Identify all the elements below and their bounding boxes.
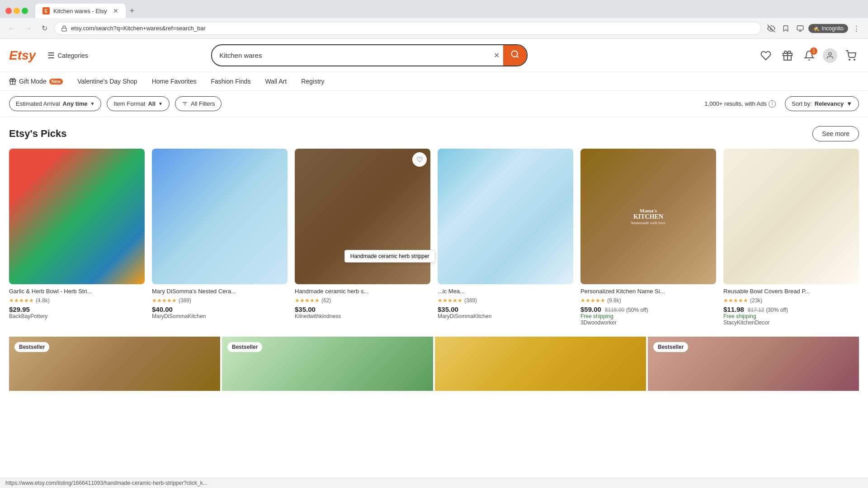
back-button[interactable]: ← (5, 22, 18, 35)
product-card[interactable]: ♡ Handmade ceramic herb s... ★★★★★ (62) … (295, 149, 430, 326)
bottom-card[interactable]: Bestseller (222, 337, 433, 391)
tab-close-button[interactable]: ✕ (113, 8, 118, 14)
nav-wall-art[interactable]: Wall Art (265, 78, 287, 85)
seller-name: MaryDiSommaKitchen (438, 313, 573, 319)
item-format-label: Item Format (113, 100, 145, 107)
search-icon (510, 50, 519, 59)
site-nav: Gift Mode New Valentine's Day Shop Home … (0, 72, 868, 91)
product-price: $59.00 (580, 305, 601, 313)
bottom-section: Bestseller Bestseller Bestseller (9, 337, 859, 391)
bestseller-badge: Bestseller (653, 342, 688, 352)
etsy-logo[interactable]: etsy (9, 48, 36, 63)
product-price: $29.95 (9, 305, 145, 313)
estimated-arrival-label: Estimated Arrival (16, 100, 60, 107)
wishlist-button[interactable]: ♡ (412, 152, 427, 167)
product-thumbnail (152, 149, 288, 284)
gift-mode-badge: New (49, 79, 63, 84)
estimated-arrival-filter[interactable]: Estimated Arrival Any time ▼ (9, 96, 101, 111)
bestseller-badge: Bestseller (227, 342, 262, 352)
bottom-card[interactable] (435, 337, 646, 391)
incognito-badge: 🕵 Incognito (808, 24, 848, 33)
bottom-card[interactable]: Bestseller (648, 337, 859, 391)
product-rating: ★★★★★ (389) (438, 297, 573, 304)
nav-gift-mode[interactable]: Gift Mode New (9, 78, 63, 85)
product-card[interactable]: Reusable Bowl Covers Bread P... ★★★★★ (2… (723, 149, 859, 326)
cart-icon[interactable] (843, 47, 859, 64)
svg-point-8 (849, 59, 850, 60)
product-image (723, 149, 859, 284)
product-image (438, 149, 573, 284)
section-header: Etsy's Picks See more (9, 126, 859, 141)
forward-button[interactable]: → (22, 22, 34, 35)
product-thumbnail (723, 149, 859, 284)
product-image: ♡ (295, 149, 430, 284)
product-price: $11.98 (723, 305, 744, 313)
search-button[interactable] (503, 45, 527, 66)
nav-home-favorites[interactable]: Home Favorites (152, 78, 197, 85)
discount-label: (50% off) (626, 307, 648, 313)
user-avatar[interactable] (823, 48, 837, 63)
sort-by-label: Sort by: (792, 100, 812, 107)
nav-registry[interactable]: Registry (301, 78, 324, 85)
item-format-filter[interactable]: Item Format All ▼ (107, 96, 170, 111)
browser-tab[interactable]: E Kitchen wares - Etsy ✕ (35, 4, 126, 18)
search-clear-button[interactable]: ✕ (490, 51, 503, 60)
review-count: (389) (179, 297, 191, 304)
star-icon: ★★★★★ (580, 297, 605, 304)
results-text: 1,000+ results, with Ads (704, 100, 767, 107)
discount-label: (30% off) (766, 307, 788, 313)
nav-fashion-finds[interactable]: Fashion Finds (211, 78, 250, 85)
product-name: Garlic & Herb Bowl - Herb Stri... (9, 288, 145, 296)
svg-rect-0 (62, 28, 67, 31)
more-options-button[interactable]: ⋮ (850, 22, 863, 35)
seller-name: Kilnedwithkindness (295, 313, 430, 319)
categories-button[interactable]: ☰ Categories (43, 48, 93, 63)
product-card[interactable]: ...ic Mea... ★★★★★ (389) $35.00 MaryDiSo… (438, 149, 573, 326)
review-count: (4.8k) (36, 297, 50, 304)
product-price: $40.00 (152, 305, 288, 313)
product-price: $35.00 (438, 305, 573, 313)
seller-name: MaryDiSommaKitchen (152, 313, 288, 319)
nav-gift-mode-label: Gift Mode (19, 78, 47, 85)
bookmark-icon[interactable] (779, 22, 792, 35)
search-input[interactable] (212, 47, 490, 64)
bottom-card[interactable]: Bestseller (9, 337, 220, 391)
product-thumbnail (9, 149, 145, 284)
results-info-icon[interactable]: i (769, 100, 776, 108)
eye-slash-icon (765, 22, 778, 35)
product-card[interactable]: Mary DiSomma's Nested Cera... ★★★★★ (389… (152, 149, 288, 326)
estimated-arrival-value: Any time (63, 100, 88, 107)
product-price: $35.00 (295, 305, 430, 313)
new-tab-button[interactable]: + (126, 5, 138, 17)
window-minimize-button[interactable] (14, 8, 20, 14)
nav-valentines[interactable]: Valentine's Day Shop (77, 78, 137, 85)
star-icon: ★★★★★ (723, 297, 748, 304)
tab-title: Kitchen wares - Etsy (53, 8, 109, 14)
product-tooltip: Handmade ceramic herb stripper (344, 250, 435, 263)
product-rating: ★★★★★ (62) (295, 297, 430, 304)
svg-line-4 (517, 56, 519, 58)
product-name: ...ic Mea... (438, 288, 573, 296)
product-card[interactable]: Garlic & Herb Bowl - Herb Stri... ★★★★★ … (9, 149, 145, 326)
all-filters-button[interactable]: All Filters (175, 96, 222, 111)
window-maximize-button[interactable] (22, 8, 28, 14)
svg-point-7 (829, 52, 831, 55)
sort-value: Relevancy (815, 100, 844, 107)
product-card[interactable]: Mama's KITCHEN homemade with love Person… (580, 149, 716, 326)
refresh-button[interactable]: ↻ (38, 22, 51, 35)
free-shipping-label: Free shipping (580, 313, 716, 319)
chevron-down-icon: ▼ (90, 101, 94, 106)
window-close-button[interactable] (5, 8, 12, 14)
sort-button[interactable]: Sort by: Relevancy ▼ (785, 96, 859, 111)
tab-favicon: E (42, 7, 50, 14)
profile-sync-icon[interactable] (794, 22, 807, 35)
see-more-button[interactable]: See more (812, 126, 859, 141)
free-shipping-label: Free shipping (723, 313, 859, 319)
notifications-icon[interactable]: 1 (801, 47, 817, 64)
gift-icon[interactable] (779, 47, 796, 64)
product-rating: ★★★★★ (389) (152, 297, 288, 304)
wishlist-icon[interactable] (758, 47, 774, 64)
product-rating: ★★★★★ (23k) (723, 297, 859, 304)
svg-point-3 (512, 51, 518, 57)
url-bar[interactable]: etsy.com/search?q=Kitchen+wares&ref=sear… (54, 22, 761, 35)
